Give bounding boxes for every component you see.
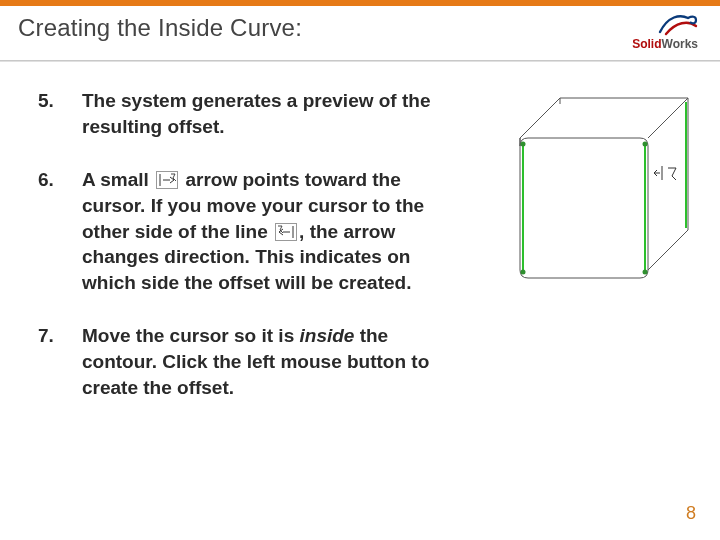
step-item: 5.The system generates a preview of the … <box>38 88 468 139</box>
body-text: 5.The system generates a preview of the … <box>38 88 468 428</box>
step-number: 6. <box>38 167 54 193</box>
brand-logo: SolidWorks <box>606 12 698 52</box>
ds-swoosh-icon <box>658 12 698 36</box>
step-text: Move the cursor so it is <box>82 325 300 346</box>
offset-preview-figure <box>490 80 708 290</box>
svg-point-8 <box>521 270 526 275</box>
brand-word-a: Solid <box>632 37 661 51</box>
step-item: 7.Move the cursor so it is inside the co… <box>38 323 468 400</box>
brand-word-b: Works <box>662 37 698 51</box>
step-text: inside <box>300 325 355 346</box>
step-text: The system generates a preview of the re… <box>82 90 430 137</box>
arrow-in-icon <box>275 223 297 241</box>
slide-title-area: Creating the Inside Curve: <box>18 14 702 68</box>
step-number: 7. <box>38 323 54 349</box>
svg-point-10 <box>643 270 648 275</box>
step-number: 5. <box>38 88 54 114</box>
numbered-steps: 5.The system generates a preview of the … <box>38 88 468 400</box>
title-underline <box>0 60 720 62</box>
svg-point-7 <box>521 142 526 147</box>
slide-title: Creating the Inside Curve: <box>18 14 702 42</box>
page-number: 8 <box>686 503 696 524</box>
brand-wordmark: SolidWorks <box>606 38 698 50</box>
svg-point-9 <box>643 142 648 147</box>
step-item: 6.A small arrow points toward the cursor… <box>38 167 468 295</box>
step-text: A small <box>82 169 154 190</box>
accent-top-bar <box>0 0 720 6</box>
arrow-out-icon <box>156 171 178 189</box>
cursor-indicator-icon <box>654 166 676 180</box>
